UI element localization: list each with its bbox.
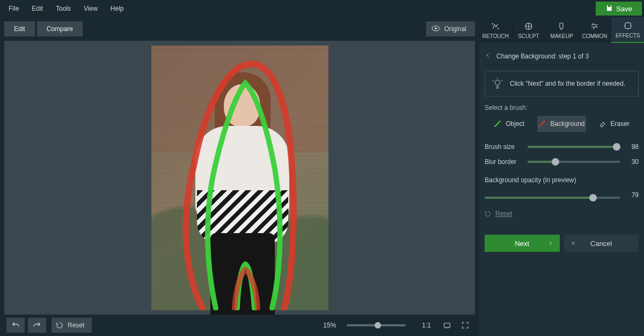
edit-button[interactable]: Edit [4, 21, 35, 36]
brush-background-label: Background [550, 120, 584, 128]
svg-rect-5 [625, 23, 631, 28]
brush-section-label: Select a brush: [485, 104, 639, 111]
brush-object-label: Object [506, 120, 524, 128]
zoom-ratio-button[interactable]: 1:1 [422, 322, 431, 329]
tab-retouch[interactable]: RETOUCH [479, 17, 512, 43]
chevron-left-icon [485, 52, 491, 60]
menu-tools[interactable]: Tools [49, 1, 77, 17]
save-button[interactable]: Save [596, 2, 642, 16]
fullscreen-button[interactable] [460, 320, 471, 331]
cancel-button[interactable]: Cancel [564, 235, 639, 252]
svg-point-6 [495, 80, 500, 85]
tab-retouch-label: RETOUCH [482, 33, 509, 39]
zoom-value: 15% [323, 322, 336, 329]
save-label: Save [616, 5, 632, 13]
close-icon [570, 241, 576, 246]
save-icon [605, 4, 613, 13]
svg-rect-1 [444, 323, 450, 327]
undo-button[interactable] [6, 318, 25, 333]
toolbar: Edit Compare Original [4, 20, 475, 38]
tab-sculpt-label: SCULPT [518, 33, 539, 39]
selection-strokes [151, 46, 328, 310]
reset-button[interactable]: Reset [52, 318, 92, 333]
redo-button[interactable] [28, 318, 46, 333]
svg-point-2 [492, 23, 493, 24]
breadcrumb-label: Change Background: step 1 of 3 [496, 53, 589, 60]
photo [151, 46, 328, 310]
svg-point-3 [498, 28, 499, 29]
menu-edit[interactable]: Edit [25, 1, 49, 17]
breadcrumb[interactable]: Change Background: step 1 of 3 [485, 47, 639, 65]
tab-effects-label: EFFECTS [616, 33, 640, 39]
opacity-value: 79 [625, 191, 639, 199]
tab-makeup[interactable]: MAKEUP [545, 17, 578, 43]
reset-link[interactable]: Reset [485, 210, 639, 218]
brush-background[interactable]: Background [537, 116, 587, 132]
svg-point-0 [435, 27, 437, 29]
canvas[interactable] [4, 41, 475, 315]
reset-label: Reset [68, 322, 84, 329]
brush-eraser-label: Eraser [611, 120, 630, 128]
tab-common-label: COMMON [582, 33, 608, 39]
brush-size-label: Brush size [485, 143, 523, 151]
brush-size-value: 98 [625, 143, 639, 151]
next-button[interactable]: Next [485, 235, 560, 252]
original-label: Original [444, 25, 466, 33]
opacity-slider[interactable]: 79 [485, 188, 639, 203]
chevron-right-icon [548, 241, 553, 246]
hint-box: Click "Next" and fix the border if neede… [485, 71, 639, 96]
opacity-label: Background opacity (in preview) [485, 176, 576, 184]
cancel-label: Cancel [590, 240, 612, 248]
menu-file[interactable]: File [2, 1, 25, 17]
reset-link-label: Reset [495, 210, 512, 218]
blur-border-slider[interactable]: Blur border 30 [485, 154, 639, 169]
menubar: File Edit Tools View Help Save [0, 0, 644, 17]
brush-size-slider[interactable]: Brush size 98 [485, 139, 639, 154]
tab-common[interactable]: COMMON [578, 17, 611, 43]
compare-button[interactable]: Compare [37, 21, 83, 36]
brush-selector: Object Background Eraser [485, 116, 639, 132]
original-toggle[interactable]: Original [426, 21, 475, 36]
tab-effects[interactable]: EFFECTS [611, 17, 644, 43]
blur-border-label: Blur border [485, 158, 523, 166]
bottom-bar: Reset 15% 1:1 [4, 315, 475, 336]
blur-border-value: 30 [625, 158, 639, 166]
hint-text: Click "Next" and fix the border if neede… [510, 80, 625, 87]
tab-makeup-label: MAKEUP [550, 33, 573, 39]
tab-sculpt[interactable]: SCULPT [512, 17, 545, 43]
lightbulb-icon [492, 78, 503, 89]
next-label: Next [515, 240, 529, 248]
brush-object[interactable]: Object [485, 116, 534, 132]
tool-tabs: RETOUCH SCULPT MAKEUP COMMON EFFECTS [479, 17, 644, 43]
menu-help[interactable]: Help [104, 1, 130, 17]
menu-view[interactable]: View [77, 1, 104, 17]
fit-screen-button[interactable] [442, 320, 452, 331]
zoom-slider[interactable] [347, 324, 406, 326]
brush-eraser[interactable]: Eraser [589, 116, 639, 132]
eye-icon [431, 25, 440, 33]
